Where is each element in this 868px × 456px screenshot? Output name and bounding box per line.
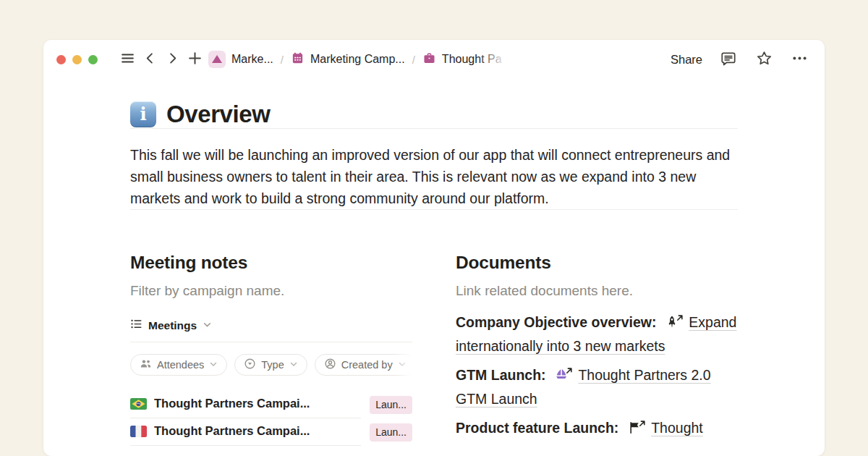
list-item: Company Objective overview: Expand inter… (456, 311, 738, 358)
window-topbar: Marke... / Marketing Camp... / Thought P… (43, 40, 825, 79)
chevron-down-icon (209, 359, 218, 371)
filter-chips-row: Attendees Type (130, 354, 412, 376)
minimize-window-button[interactable] (72, 55, 82, 64)
document-label: GTM Launch: (456, 367, 546, 383)
campaign-tag[interactable]: Laun... (370, 396, 412, 414)
meeting-page-link[interactable]: Thought Partners Campai... (130, 418, 361, 446)
flag-mention-icon (627, 418, 643, 433)
list-view-icon (130, 318, 142, 333)
list-item: GTM Launch: Thought Partners 2.0 GTM Lau… (456, 363, 738, 411)
breadcrumb-label: Marketing Camp... (310, 53, 405, 66)
sidebar-menu-button[interactable] (118, 50, 137, 69)
filter-chip-created-by[interactable]: Created by (315, 354, 412, 376)
nav-controls (118, 50, 204, 69)
hamburger-icon (120, 51, 135, 68)
filter-chip-label: Type (261, 359, 284, 371)
new-page-button[interactable] (185, 50, 204, 69)
notion-window: Marke... / Marketing Camp... / Thought P… (43, 40, 825, 456)
table-row: Thought Partners Campai... Laun... (130, 418, 412, 446)
chevron-down-icon (289, 359, 298, 371)
chevron-down-icon (203, 319, 212, 332)
document-label: Company Objective overview: (456, 314, 656, 330)
favorite-button[interactable] (754, 50, 773, 69)
person-circle-icon (324, 358, 336, 372)
meeting-row-title: Thought Partners Campai... (154, 397, 310, 410)
workspace-logo-icon (208, 51, 226, 68)
breadcrumb-marketing-campaigns[interactable]: Marketing Camp... (291, 51, 405, 68)
document-label: Product feature Launch: (456, 420, 618, 436)
topbar-actions: Share (671, 50, 809, 69)
link-arrow-icon (676, 305, 684, 329)
filter-chip-type[interactable]: Type (234, 354, 307, 376)
documents-list: Company Objective overview: Expand inter… (456, 311, 738, 440)
chevron-down-icon (398, 359, 407, 371)
rocket-mention-icon (665, 313, 681, 327)
star-icon (756, 50, 773, 69)
list-item: Product feature Launch: Thought (456, 416, 738, 440)
chevron-right-icon (166, 51, 179, 67)
share-button[interactable]: Share (671, 53, 702, 67)
documents-caption: Link related documents here. (456, 283, 738, 299)
filter-chip-label: Attendees (157, 359, 204, 371)
people-icon (140, 358, 152, 372)
divider (130, 128, 738, 129)
back-button[interactable] (140, 50, 159, 69)
information-emoji-icon[interactable]: i (130, 101, 156, 127)
two-column-layout: Meeting notes Filter by campaign name. M… (130, 253, 738, 446)
meeting-page-link[interactable]: Thought Partners Campai... (130, 391, 361, 418)
divider (130, 209, 738, 210)
meeting-row-title: Thought Partners Campai... (154, 424, 310, 438)
comments-button[interactable] (719, 50, 738, 69)
intro-paragraph: This fall we will be launching an improv… (130, 144, 738, 209)
breadcrumb-separator: / (281, 54, 284, 66)
plus-icon (187, 51, 203, 68)
page-title: Overview (166, 101, 271, 128)
calendar-icon (291, 51, 305, 68)
ellipsis-icon (791, 50, 808, 69)
table-row: Thought Partners Campai... Laun... (130, 391, 412, 418)
chevron-left-icon (143, 51, 157, 67)
briefcase-icon (422, 51, 436, 68)
link-arrow-icon (639, 410, 646, 434)
sailboat-mention-icon (554, 366, 570, 380)
meeting-notes-heading: Meeting notes (130, 253, 412, 273)
france-flag-icon (130, 426, 147, 437)
breadcrumb-separator: / (412, 54, 415, 66)
link-arrow-icon (566, 358, 573, 381)
close-window-button[interactable] (56, 55, 66, 64)
breadcrumb-label: Thought Pa (442, 53, 502, 65)
maximize-window-button[interactable] (88, 55, 98, 64)
breadcrumb: Marke... / Marketing Camp... / Thought P… (208, 51, 511, 68)
select-circle-icon (244, 358, 256, 372)
traffic-lights (56, 55, 98, 64)
page-content: i Overview This fall we will be launchin… (43, 79, 825, 446)
campaign-tag[interactable]: Laun... (370, 423, 412, 442)
view-label: Meetings (148, 319, 197, 332)
comment-bubble-icon (720, 51, 737, 69)
documents-column: Documents Link related documents here. C… (456, 253, 738, 446)
forward-button[interactable] (163, 50, 182, 69)
meetings-view-tab[interactable]: Meetings (130, 318, 412, 342)
breadcrumb-label: Marke... (231, 53, 273, 66)
more-options-button[interactable] (790, 50, 809, 69)
page-title-row: i Overview (130, 101, 738, 128)
documents-heading: Documents (456, 253, 738, 273)
meeting-notes-column: Meeting notes Filter by campaign name. M… (130, 253, 412, 446)
filter-chip-label: Created by (341, 359, 393, 371)
breadcrumb-workspace[interactable]: Marke... (208, 51, 273, 68)
document-link[interactable]: Thought (651, 420, 703, 436)
filter-chip-attendees[interactable]: Attendees (130, 354, 227, 376)
meeting-notes-caption: Filter by campaign name. (130, 283, 412, 299)
brazil-flag-icon (130, 398, 147, 410)
meeting-rows-list: Thought Partners Campai... Laun... Thoug… (130, 391, 412, 446)
breadcrumb-thought-partners[interactable]: Thought Pa (422, 51, 511, 68)
